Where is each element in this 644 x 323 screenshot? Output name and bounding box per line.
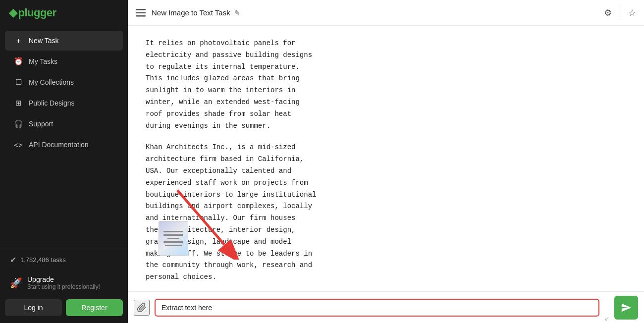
- sidebar-item-public-designs[interactable]: ⊞ Public Designs: [5, 93, 123, 113]
- rocket-icon: 🚀: [10, 277, 22, 289]
- menu-button[interactable]: [136, 9, 146, 17]
- svg-rect-1: [136, 12, 146, 13]
- paragraph-2: Khan Architects Inc., is a mid-sized arc…: [146, 142, 626, 283]
- login-button[interactable]: Log in: [5, 299, 62, 316]
- image-preview: [159, 221, 188, 256]
- send-button[interactable]: [614, 296, 638, 320]
- grid-icon: ⊞: [14, 99, 23, 108]
- sidebar: ◆ plugger ＋ New Task ⏰ My Tasks ☐ My Col…: [0, 0, 128, 323]
- collection-icon: ☐: [14, 78, 23, 87]
- sidebar-item-my-collections[interactable]: ☐ My Collections: [5, 72, 123, 92]
- upgrade-box[interactable]: 🚀 Upgrade Start using it professionally!: [5, 271, 123, 294]
- svg-rect-0: [136, 9, 146, 10]
- settings-icon[interactable]: ⚙: [604, 7, 612, 18]
- register-button[interactable]: Register: [66, 299, 123, 316]
- text-input[interactable]: [161, 304, 592, 312]
- tasks-count: ✔ 1,782,486 tasks: [5, 251, 123, 269]
- paragraph-1: It relies on photovoltaic panels for ele…: [146, 38, 626, 132]
- tasks-count-icon: ✔: [10, 255, 16, 265]
- sidebar-item-my-tasks[interactable]: ⏰ My Tasks: [5, 52, 123, 71]
- clock-icon: ⏰: [14, 57, 23, 66]
- auth-buttons: Log in Register: [5, 299, 123, 318]
- app-logo: ◆ plugger: [0, 0, 128, 26]
- content-area: It relies on photovoltaic panels for ele…: [128, 26, 644, 291]
- page-title: New Image to Text Task: [152, 8, 230, 17]
- main-content: New Image to Text Task ✎ ⚙ ☆ It relies o…: [128, 0, 644, 323]
- input-bar: ↙: [128, 291, 644, 323]
- edit-title-icon[interactable]: ✎: [234, 9, 240, 17]
- text-input-wrapper[interactable]: [155, 299, 599, 317]
- code-icon: <>: [14, 140, 23, 149]
- topbar-divider: [620, 7, 620, 18]
- sidebar-item-api-docs[interactable]: <> API Documentation: [5, 135, 123, 155]
- plus-icon: ＋: [14, 36, 23, 45]
- sidebar-nav: ＋ New Task ⏰ My Tasks ☐ My Collections ⊞…: [0, 26, 128, 246]
- attach-button[interactable]: [134, 300, 150, 316]
- sidebar-item-new-task[interactable]: ＋ New Task: [5, 31, 123, 51]
- resize-handle: ↙: [604, 315, 609, 323]
- sidebar-bottom: ✔ 1,782,486 tasks 🚀 Upgrade Start using …: [0, 246, 128, 323]
- headphone-icon: 🎧: [14, 119, 23, 128]
- sidebar-item-support[interactable]: 🎧 Support: [5, 114, 123, 134]
- svg-rect-2: [136, 15, 146, 17]
- star-icon[interactable]: ☆: [628, 7, 636, 18]
- topbar: New Image to Text Task ✎ ⚙ ☆: [128, 0, 644, 26]
- text-output: It relies on photovoltaic panels for ele…: [128, 26, 644, 291]
